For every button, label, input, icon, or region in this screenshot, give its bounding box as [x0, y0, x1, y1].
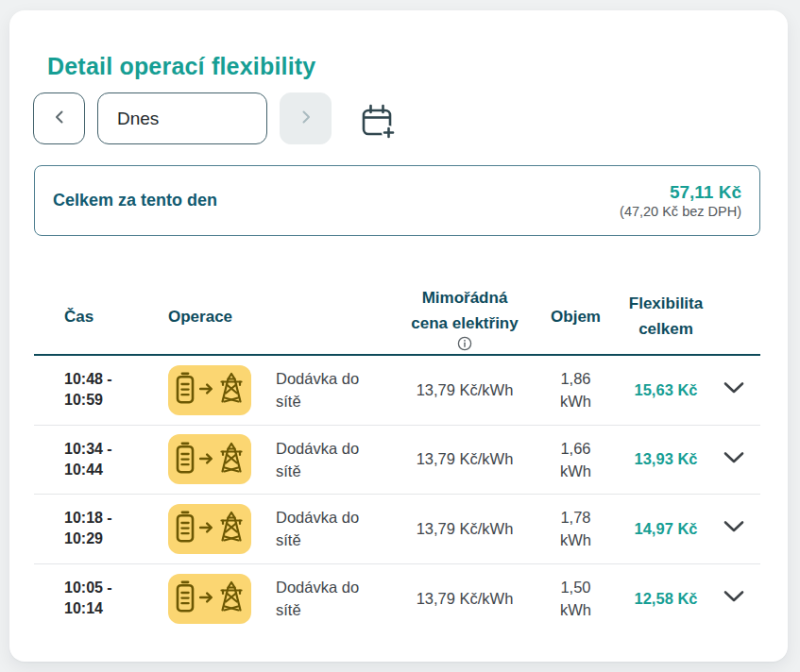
row-operation-label: Dodávka do sítě [276, 576, 380, 621]
transmission-tower-icon [218, 442, 245, 478]
battery-icon [176, 372, 195, 408]
row-volume-unit: kWh [526, 529, 625, 551]
row-time-from: 10:48 - [64, 369, 168, 390]
chevron-down-icon [723, 520, 745, 537]
row-expand-button[interactable] [706, 590, 760, 607]
arrow-right-icon [199, 381, 213, 398]
row-operation-badge-cell [168, 504, 276, 554]
row-price: 13,79 Kč/kWh [403, 520, 526, 538]
page-title: Detail operací flexibility [47, 53, 315, 80]
date-navigation: Dnes [33, 92, 398, 144]
flexibility-detail-card: Detail operací flexibility Dnes [9, 10, 788, 662]
table-body: 10:48 - 10:59 [34, 356, 760, 633]
arrow-right-icon [199, 520, 213, 537]
row-time-from: 10:18 - [64, 508, 168, 529]
row-time: 10:18 - 10:29 [34, 508, 168, 549]
table-row: 10:34 - 10:44 [34, 426, 760, 496]
day-total-amount: 57,11 Kč [620, 181, 741, 203]
next-day-button[interactable] [280, 92, 332, 144]
row-volume: 1,66 kWh [526, 437, 625, 482]
day-total-box: Celkem za tento den 57,11 Kč (47,20 Kč b… [34, 165, 760, 236]
day-total-note: (47,20 Kč bez DPH) [620, 203, 741, 221]
date-value: Dnes [117, 109, 159, 129]
chevron-down-icon [723, 451, 745, 468]
table-row: 10:05 - 10:14 [34, 564, 760, 634]
row-time: 10:34 - 10:44 [34, 439, 168, 480]
calendar-plus-icon [357, 101, 397, 143]
row-volume-value: 1,66 [526, 437, 625, 460]
row-operation-label: Dodávka do sítě [276, 437, 380, 482]
transmission-tower-icon [218, 372, 245, 408]
arrow-right-icon [199, 590, 213, 607]
previous-day-button[interactable] [33, 92, 85, 144]
row-volume-unit: kWh [526, 598, 625, 621]
column-header-price: Mimořádná cena elektřiny [403, 285, 526, 348]
row-volume-unit: kWh [526, 460, 625, 482]
row-operation-badge-cell [168, 574, 276, 624]
column-header-volume: Objem [526, 304, 625, 329]
chevron-left-icon [50, 108, 69, 129]
column-header-flexibility-line1: Flexibilita [625, 291, 706, 316]
date-input[interactable]: Dnes [97, 92, 267, 144]
column-header-flexibility: Flexibilita celkem [625, 291, 706, 342]
column-header-operation: Operace [168, 304, 403, 329]
row-operation-label: Dodávka do sítě [276, 506, 380, 551]
chevron-right-icon [297, 108, 315, 129]
row-flexibility: 15,63 Kč [625, 381, 706, 399]
calendar-picker-button[interactable] [356, 102, 398, 143]
battery-to-grid-badge [168, 365, 251, 415]
battery-icon [176, 580, 195, 616]
row-operation-badge-cell [168, 434, 276, 484]
row-time-to: 10:14 [64, 598, 168, 619]
row-time-from: 10:05 - [64, 578, 168, 598]
row-volume: 1,86 kWh [526, 367, 625, 412]
row-price: 13,79 Kč/kWh [403, 450, 526, 468]
row-operation-label: Dodávka do sítě [276, 367, 380, 412]
row-time-to: 10:44 [64, 460, 168, 480]
row-expand-button[interactable] [706, 381, 760, 398]
row-time-to: 10:29 [64, 529, 168, 549]
battery-to-grid-badge [168, 574, 251, 624]
row-time-from: 10:34 - [64, 439, 168, 460]
row-volume-value: 1,78 [526, 506, 625, 529]
transmission-tower-icon [218, 580, 245, 616]
day-total-label: Celkem za tento den [53, 191, 217, 210]
row-price: 13,79 Kč/kWh [403, 590, 526, 608]
row-time: 10:48 - 10:59 [34, 369, 168, 411]
transmission-tower-icon [218, 511, 245, 546]
row-flexibility: 12,58 Kč [625, 590, 706, 608]
row-time: 10:05 - 10:14 [34, 578, 168, 619]
chevron-down-icon [723, 590, 745, 607]
row-expand-button[interactable] [706, 451, 760, 468]
page: { "colors": { "accent_teal": "#169e94", … [0, 0, 800, 672]
battery-to-grid-badge [168, 434, 251, 484]
row-expand-button[interactable] [706, 520, 760, 537]
row-time-to: 10:59 [64, 390, 168, 411]
arrow-right-icon [199, 451, 213, 468]
column-header-flexibility-line2: celkem [625, 316, 706, 342]
column-header-time: Čas [34, 304, 168, 329]
row-flexibility: 14,97 Kč [625, 520, 706, 538]
row-volume: 1,50 kWh [526, 576, 625, 621]
row-volume-value: 1,50 [526, 576, 625, 598]
row-volume: 1,78 kWh [526, 506, 625, 551]
table-row: 10:48 - 10:59 [34, 356, 760, 426]
column-header-price-line2: cena elektřiny [411, 311, 518, 336]
battery-to-grid-badge [168, 504, 251, 554]
battery-icon [176, 511, 195, 546]
chevron-down-icon [723, 381, 745, 398]
row-volume-unit: kWh [526, 390, 625, 412]
column-header-price-line1: Mimořádná [422, 285, 508, 311]
info-icon[interactable] [457, 333, 472, 348]
battery-icon [176, 442, 195, 478]
row-volume-value: 1,86 [526, 367, 625, 390]
row-operation-badge-cell [168, 365, 276, 415]
table-row: 10:18 - 10:29 [34, 495, 760, 564]
day-total-values: 57,11 Kč (47,20 Kč bez DPH) [620, 181, 741, 221]
row-flexibility: 13,93 Kč [625, 450, 706, 468]
row-price: 13,79 Kč/kWh [403, 381, 526, 399]
table-header: Čas Operace Mimořádná cena elektřiny Obj… [34, 278, 760, 354]
